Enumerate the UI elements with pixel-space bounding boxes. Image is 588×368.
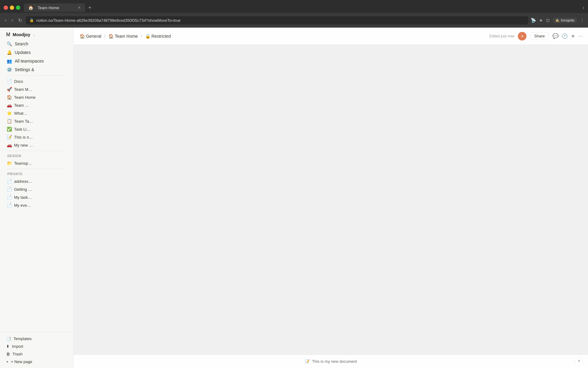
bookmark-page-icon[interactable]: ★ (571, 33, 575, 39)
comment-icon[interactable]: 💬 (552, 33, 559, 39)
sidebar-label-import: Import (12, 344, 23, 349)
breadcrumb-restricted[interactable]: 🔒 Restricted (144, 33, 172, 39)
sidebar-label-updates: Updates (15, 50, 31, 55)
sidebar-label-getting: Getting … (14, 187, 32, 192)
sidebar-label-this-is: This is n… (14, 135, 33, 140)
sidebar-item-teamspa[interactable]: 📁 Teamsp… (4, 159, 70, 167)
share-button[interactable]: Share (530, 32, 549, 40)
tab-bar: 🏠 Team Home ✕ + › (0, 0, 588, 13)
workspace-header[interactable]: M Moodjoy ⌄ (4, 30, 70, 39)
sidebar-label-address: address… (14, 179, 32, 184)
sidebar-item-task-li[interactable]: ✅ Task Li… (4, 125, 70, 133)
sidebar-item-import[interactable]: ⬆ Import (4, 343, 70, 350)
url-text: notion.so/Team-Home-a626e39209a748798e9c… (36, 18, 181, 23)
sidebar-top: M Moodjoy ⌄ 🔍 Search 🔔 Updates 👥 All tea… (0, 28, 73, 211)
top-bar: 🏠 General / 🏠 Team Home / 🔒 Restricted E… (74, 28, 588, 45)
notion-app: M Moodjoy ⌄ 🔍 Search 🔔 Updates 👥 All tea… (0, 28, 588, 368)
sidebar-item-docs[interactable]: 📄 Docs (4, 78, 70, 85)
home-icon: 🏠 (6, 95, 12, 100)
address-bar: ‹ › ↻ 🔒 notion.so/Team-Home-a626e39209a7… (0, 13, 588, 28)
sidebar-item-team2[interactable]: 🚗 Team … (4, 102, 70, 109)
forward-btn[interactable]: › (10, 16, 14, 24)
new-tab-btn[interactable]: + (88, 5, 92, 11)
sidebar-item-my-events[interactable]: 📄 My eve… (4, 201, 70, 209)
sidebar-item-address[interactable]: 📄 address… (4, 178, 70, 185)
address-icon: 📄 (6, 179, 12, 184)
sidebar-item-all-teamspaces[interactable]: 👥 All teamspaces (4, 57, 70, 65)
tab-favicon: 🏠 (28, 5, 33, 10)
incognito-icon: 🕵 (555, 18, 560, 22)
trash-icon: 🗑 (6, 352, 10, 356)
traffic-lights (4, 6, 20, 10)
sidebar-item-settings[interactable]: ⚙️ Settings & (4, 66, 70, 74)
import-icon: ⬆ (6, 344, 9, 349)
sidebar-label-docs: Docs (14, 79, 23, 84)
refresh-btn[interactable]: ↻ (17, 16, 23, 25)
sidebar-item-what[interactable]: ⭐ What… (4, 109, 70, 117)
sidebar-item-search[interactable]: 🔍 Search (4, 40, 70, 48)
sidebar-item-team-ta[interactable]: 📋 Team Ta… (4, 117, 70, 125)
new-doc-indicator[interactable]: 📝 This is my new document (305, 359, 357, 364)
bookmark-icon[interactable]: ★ (539, 18, 543, 23)
sidebar-label-my-tasks: My task… (14, 195, 32, 200)
bell-icon: 🔔 (6, 50, 12, 55)
tabs-chevron-icon[interactable]: › (583, 5, 584, 10)
sidebar-label-team-ta: Team Ta… (14, 119, 33, 124)
tasks-icon: 📄 (6, 195, 12, 200)
help-button[interactable]: ? (575, 357, 583, 366)
workspace-icon: M (6, 32, 10, 37)
new-page-btn[interactable]: + + New page (4, 358, 70, 366)
browser-action-icons: 📡 ★ ⊡ 🕵 Incognito ⋮ (531, 18, 584, 23)
sidebar-label-team2: Team … (14, 103, 29, 108)
sidebar-item-getting[interactable]: 📄 Getting … (4, 186, 70, 193)
private-section-label: Private (4, 171, 70, 177)
sidebar-label-team-m: Team M… (14, 87, 32, 92)
gear-icon: ⚙️ (6, 67, 12, 72)
sidebar-label-what: What… (14, 111, 27, 116)
new-doc-text: This is my new document (312, 359, 357, 364)
back-btn[interactable]: ‹ (4, 16, 8, 24)
active-tab[interactable]: 🏠 Team Home ✕ (24, 3, 85, 12)
cast-icon[interactable]: 📡 (531, 18, 536, 23)
sidebar-label-all-teams: All teamspaces (15, 59, 44, 63)
workspace-name: Moodjoy (13, 32, 30, 37)
clock-icon[interactable]: 🕐 (562, 33, 568, 39)
breadcrumb-sep-2: / (141, 34, 142, 38)
bottom-bar: 📝 This is my new document ? (74, 355, 588, 368)
breadcrumb-team-home[interactable]: 🏠 Team Home (107, 33, 139, 39)
sidebar-item-team-m[interactable]: 🚀 Team M… (4, 86, 70, 93)
star-icon: ⭐ (6, 111, 12, 116)
incognito-badge: 🕵 Incognito (553, 18, 577, 23)
breadcrumb-general[interactable]: 🏠 General (78, 33, 103, 39)
sidebar-item-team-home[interactable]: 🏠 Team Home (4, 94, 70, 101)
tab-close-btn[interactable]: ✕ (78, 6, 81, 10)
sidebar-item-trash[interactable]: 🗑 Trash (4, 350, 70, 358)
avatar: A (518, 32, 526, 40)
new-doc-icon: 📝 (305, 359, 310, 364)
sidebar-label-teamspa: Teamsp… (14, 161, 32, 166)
extension-icon[interactable]: ⊡ (546, 18, 550, 23)
more-icon[interactable]: ⋯ (578, 33, 583, 39)
sidebar-label-settings: Settings & (15, 67, 34, 72)
browser-chrome: 🏠 Team Home ✕ + › ‹ › ↻ 🔒 notion.so/Team… (0, 0, 588, 28)
breadcrumb: 🏠 General / 🏠 Team Home / 🔒 Restricted (78, 33, 172, 39)
sidebar-item-my-tasks[interactable]: 📄 My task… (4, 194, 70, 201)
rocket-icon: 🚀 (6, 87, 12, 92)
url-bar[interactable]: 🔒 notion.so/Team-Home-a626e39209a748798e… (26, 16, 529, 25)
getting-icon: 📄 (6, 187, 12, 192)
sidebar-footer: 📑 Templates ⬆ Import 🗑 Trash + + New pag… (0, 332, 73, 368)
sidebar-label-task-li: Task Li… (14, 127, 30, 132)
folder-icon: 📁 (6, 161, 12, 166)
design-section-label: Design (4, 153, 70, 159)
clipboard-icon: 📋 (6, 119, 12, 124)
my-car-icon: 🚗 (6, 143, 12, 148)
sidebar-item-templates[interactable]: 📑 Templates (4, 335, 70, 343)
sidebar-item-updates[interactable]: 🔔 Updates (4, 48, 70, 56)
menu-icon[interactable]: ⋮ (580, 18, 584, 23)
tab-title: Team Home (38, 6, 59, 10)
sidebar-item-this-is[interactable]: 📝 This is n… (4, 133, 70, 141)
minimize-window-btn[interactable] (10, 6, 14, 10)
sidebar-item-my-new[interactable]: 🚗 My new … (4, 141, 70, 149)
close-window-btn[interactable] (4, 6, 8, 10)
fullscreen-window-btn[interactable] (16, 6, 20, 10)
